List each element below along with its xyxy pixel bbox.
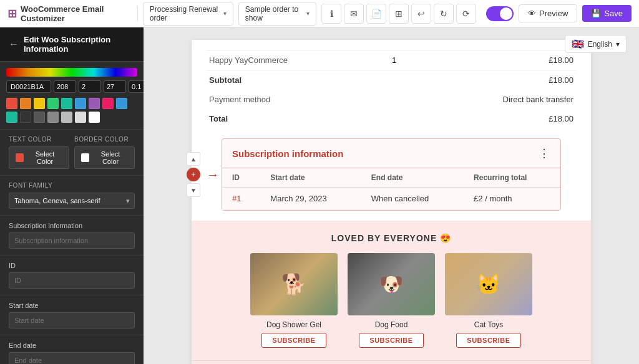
order-type-label: Processing Renewal order: [150, 5, 221, 22]
document-icon-btn[interactable]: 📄: [366, 4, 386, 24]
color-swatch-item[interactable]: [75, 112, 86, 123]
color-swatch-item[interactable]: [89, 112, 100, 123]
language-select[interactable]: 🇬🇧 English ▾: [565, 35, 627, 53]
preview-button[interactable]: 👁 Preview: [519, 4, 577, 22]
sidebar-back-icon[interactable]: ←: [9, 39, 19, 50]
color-g-input[interactable]: [79, 80, 101, 93]
more-options-icon[interactable]: ⋮: [539, 146, 550, 160]
email-icon-btn[interactable]: ✉: [344, 4, 364, 24]
color-swatch-item[interactable]: [34, 112, 45, 123]
color-controls-section: TEXT COLOR Select Color BORDER COLOR Sel…: [0, 130, 144, 176]
scroll-controls: ▲ + ▼: [187, 152, 200, 197]
color-swatch-item[interactable]: [34, 98, 45, 109]
color-swatch-item[interactable]: [6, 98, 17, 109]
layout-icon-btn[interactable]: ⊞: [389, 4, 409, 24]
subscribe-btn-3[interactable]: SUBSCRIBE: [456, 333, 520, 348]
table-row: Payment method Direct bank transfer: [207, 90, 576, 109]
color-swatch-item[interactable]: [75, 98, 86, 109]
font-family-label: FONT FAMILY: [9, 182, 135, 189]
col-recurring-total: Recurring total: [464, 168, 560, 188]
color-b-input[interactable]: [104, 80, 126, 93]
table-row: #1 March 29, 2023 When cancelled £2 / mo…: [222, 188, 560, 210]
total-label: Total: [207, 109, 389, 128]
sidebar: ← Edit Woo Subscription Information TEXT…: [0, 27, 144, 364]
text-color-btn[interactable]: Select Color: [9, 146, 69, 169]
order-type-chevron: ▾: [223, 10, 227, 17]
color-select-row: TEXT COLOR Select Color BORDER COLOR Sel…: [9, 136, 135, 169]
topbar: ⊞ WooCommerce Email Customizer Processin…: [0, 0, 639, 27]
start-date-field-label: Start date: [9, 302, 135, 309]
color-swatches: [6, 98, 137, 123]
sub-id-link[interactable]: #1: [232, 194, 241, 203]
total-value: £18.00: [410, 109, 576, 128]
sample-order-chevron: ▾: [306, 10, 310, 17]
font-family-section: FONT FAMILY Tahoma, Geneva, sans-serifAr…: [0, 176, 144, 216]
border-color-swatch: [81, 153, 89, 162]
product-image-cat: 🐱: [445, 253, 532, 315]
color-swatch-item[interactable]: [6, 112, 17, 123]
logo-icon: ⊞: [7, 7, 17, 21]
border-color-btn[interactable]: Select Color: [74, 146, 135, 169]
app-logo: ⊞ WooCommerce Email Customizer: [7, 4, 132, 23]
order-type-select[interactable]: Processing Renewal order ▾: [143, 2, 233, 26]
sub-id: #1: [222, 188, 260, 210]
color-hex-input[interactable]: [6, 80, 51, 93]
sub-end-date: When cancelled: [361, 188, 464, 210]
subscribe-btn-1[interactable]: SUBSCRIBE: [261, 333, 326, 348]
start-date-field-input[interactable]: [9, 312, 135, 328]
product-name-1: Dog Shower Gel: [250, 320, 338, 329]
color-swatch-item[interactable]: [47, 112, 59, 123]
sample-order-select[interactable]: Sample order to show ▾: [238, 2, 316, 26]
section-title-label: Subscription information: [9, 222, 135, 229]
color-gradient-bar[interactable]: [6, 68, 137, 77]
color-swatch-item[interactable]: [47, 98, 59, 109]
preview-toggle[interactable]: [486, 6, 514, 21]
color-picker-area: [0, 62, 144, 130]
product-name-2: Dog Food: [348, 320, 435, 329]
sample-order-label: Sample order to show: [245, 5, 304, 22]
list-item: 🐱 Cat Toys SUBSCRIBE: [445, 253, 532, 348]
subscription-table: ID Start date End date Recurring total #…: [222, 168, 560, 210]
scroll-up-btn[interactable]: ▲: [187, 152, 200, 166]
table-row: ID Start date End date Recurring total: [222, 168, 560, 188]
start-date-field-group: Start date: [0, 295, 144, 335]
end-date-field-input[interactable]: [9, 352, 135, 364]
font-family-select[interactable]: Tahoma, Geneva, sans-serifArial, sans-se…: [9, 193, 135, 209]
topbar-icon-group: ℹ ✉ 📄 ⊞ ↩ ↻ ⟳: [321, 4, 476, 24]
text-color-select-label: Select Color: [27, 150, 62, 165]
color-swatch-item[interactable]: [89, 98, 100, 109]
save-label: Save: [604, 9, 623, 18]
redo-icon-btn[interactable]: ↻: [434, 4, 454, 24]
product-image-dog1: 🐕: [250, 253, 338, 315]
scroll-down-btn[interactable]: ▼: [187, 183, 200, 197]
color-swatch-item[interactable]: [20, 112, 31, 123]
undo-icon-btn[interactable]: ↩: [411, 4, 431, 24]
loved-title: LOVED BY EVERYONE 😍: [204, 233, 578, 243]
text-color-label: TEXT COLOR: [9, 136, 69, 143]
subtotal-value: £18.00: [410, 70, 576, 90]
app-title: WooCommerce Email Customizer: [21, 4, 132, 23]
color-a-input[interactable]: [129, 80, 144, 93]
color-r-input[interactable]: [54, 80, 76, 93]
save-button[interactable]: 💾 Save: [582, 5, 632, 22]
color-swatch-item[interactable]: [116, 98, 127, 109]
col-start-date: Start date: [260, 168, 361, 188]
subscribe-btn-2[interactable]: SUBSCRIBE: [359, 333, 423, 348]
color-swatch-item[interactable]: [61, 112, 72, 123]
product-name-3: Cat Toys: [445, 320, 532, 329]
loved-section: LOVED BY EVERYONE 😍 🐕 Dog Shower Gel SUB…: [192, 221, 591, 360]
main-content: 🇬🇧 English ▾ Happy YayCommerce 1 £18.00 …: [144, 27, 639, 364]
subscription-header: Subscription information ⋮: [222, 139, 560, 168]
refresh-icon-btn[interactable]: ⟳: [456, 4, 476, 24]
section-title-input[interactable]: [9, 232, 135, 249]
preview-label: Preview: [539, 9, 568, 18]
add-section-btn[interactable]: +: [187, 168, 200, 181]
color-swatch-item[interactable]: [61, 98, 72, 109]
info-icon-btn[interactable]: ℹ: [321, 4, 341, 24]
id-field-input[interactable]: [9, 272, 135, 289]
main-layout: ← Edit Woo Subscription Information TEXT…: [0, 27, 639, 364]
product-image-dog2: 🐶: [348, 253, 435, 315]
font-family-wrap: Tahoma, Geneva, sans-serifArial, sans-se…: [9, 193, 135, 209]
color-swatch-item[interactable]: [102, 98, 114, 109]
color-swatch-item[interactable]: [20, 98, 31, 109]
